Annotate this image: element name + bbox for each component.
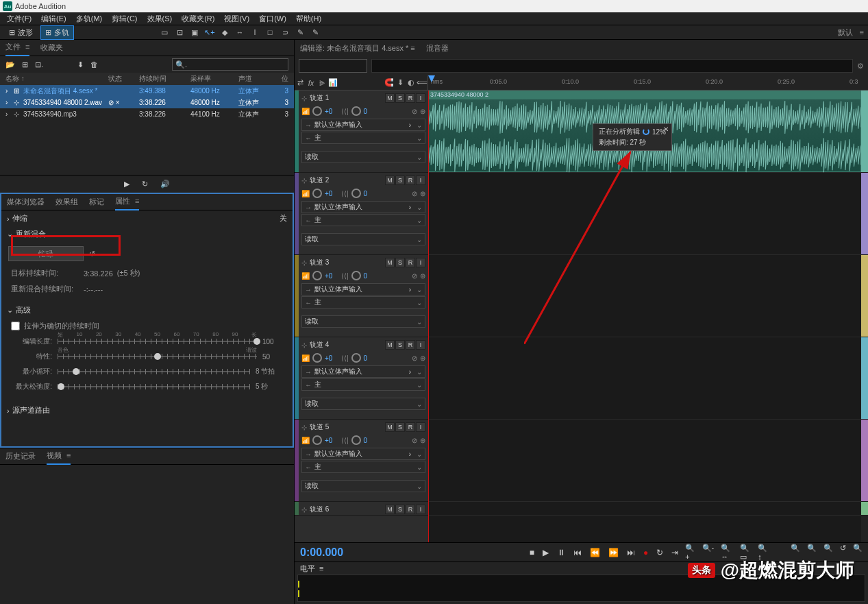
track-lane[interactable] — [428, 173, 861, 255]
razor-tool-icon[interactable]: ◆ — [219, 27, 230, 38]
read-mode-dropdown[interactable]: 读取 — [301, 315, 425, 328]
monitor-button[interactable]: I — [416, 340, 425, 350]
reset-icon[interactable]: ↺ — [89, 250, 95, 258]
record-button[interactable]: ● — [643, 548, 648, 557]
menu-file[interactable]: 文件(F) — [3, 12, 36, 25]
track-name[interactable]: 轨道 4 — [310, 340, 382, 350]
forward-button[interactable]: ⏩ — [608, 548, 619, 557]
track-header[interactable]: ⊹ 轨道 3 M S R I 📶 +0 ⟨⟨| 0 ⊘ ⊕ →默认立体声输入 — [295, 255, 428, 337]
mute-button[interactable]: M — [385, 176, 395, 185]
volume-value[interactable]: +0 — [325, 437, 338, 444]
col-status[interactable]: 状态 — [108, 74, 139, 84]
snap-icon[interactable]: 🧲 — [384, 78, 395, 87]
tab-properties[interactable]: 属性 ≡ — [115, 193, 139, 210]
open-file-icon[interactable]: 📂 — [5, 60, 15, 69]
expand-icon[interactable]: › — [5, 87, 14, 95]
mute-button[interactable]: M — [385, 258, 395, 267]
stop-button[interactable]: ■ — [530, 548, 534, 557]
col-bits[interactable]: 位 — [273, 74, 288, 84]
pan-value[interactable]: 0 — [364, 190, 377, 197]
loop-playback-button[interactable]: ↻ — [656, 548, 663, 557]
track-minimap-block[interactable] — [861, 337, 868, 420]
brush-tool-icon[interactable]: ✎ — [295, 27, 306, 38]
read-mode-dropdown[interactable]: 读取 — [301, 233, 425, 245]
record-arm-button[interactable]: R — [406, 176, 415, 185]
track-name[interactable]: 轨道 6 — [310, 505, 382, 514]
track-grip-icon[interactable]: ⊹ — [301, 341, 307, 349]
pan-value[interactable]: 0 — [364, 272, 377, 280]
feature-slider[interactable]: 音色谐波 — [58, 356, 257, 357]
volume-knob[interactable] — [312, 106, 322, 116]
track-name[interactable]: 轨道 5 — [310, 422, 382, 432]
remix-section[interactable]: ⌄ 重新混合 — [1, 226, 293, 242]
track-grip-icon[interactable]: ⊹ — [301, 424, 307, 431]
track-name[interactable]: 轨道 1 — [310, 93, 382, 103]
read-mode-dropdown[interactable]: 读取 — [301, 398, 425, 410]
stretch-exact-checkbox[interactable] — [11, 322, 20, 330]
timecode-display[interactable]: 0:00.000 — [300, 546, 393, 559]
panel-menu-icon[interactable]: ≡ — [25, 40, 29, 53]
output-dropdown[interactable]: ←主 — [301, 296, 425, 309]
record-arm-button[interactable]: R — [406, 93, 415, 103]
monitor-button[interactable]: I — [416, 505, 425, 514]
mute-button[interactable]: M — [385, 93, 395, 103]
tab-history[interactable]: 历史记录 — [5, 448, 36, 464]
rewind-button[interactable]: ⏪ — [590, 548, 600, 557]
advanced-section[interactable]: ⌄ 高级 — [1, 302, 293, 318]
stereo-icon[interactable]: ⊘ — [412, 354, 417, 362]
track-minimap-block[interactable] — [861, 502, 868, 516]
files-search-input[interactable]: 🔍. — [172, 58, 288, 71]
overview-scrollbar[interactable] — [371, 59, 853, 73]
track-name[interactable]: 轨道 2 — [310, 176, 382, 185]
volume-knob[interactable] — [312, 435, 322, 445]
mute-button[interactable]: M — [385, 340, 395, 350]
menu-edit[interactable]: 编辑(E) — [37, 12, 71, 25]
track-grip-icon[interactable]: ⊹ — [301, 259, 307, 267]
pan-knob[interactable] — [351, 435, 361, 445]
lasso-tool-icon[interactable]: ⊃ — [280, 27, 290, 38]
file-row[interactable]: › ⊹ 3745334940 48000 2.wav ⊘ × 3:38.226 … — [0, 97, 294, 108]
record-file-icon[interactable]: ⊞ — [22, 60, 28, 69]
read-mode-dropdown[interactable]: 读取 — [301, 151, 425, 163]
play-button[interactable]: ▶ — [543, 548, 549, 557]
tab-files[interactable]: 文件 ≡ — [5, 39, 29, 56]
eq-icon[interactable]: 📊 — [327, 78, 338, 87]
volume-knob[interactable] — [312, 271, 322, 280]
col-name[interactable]: 名称 ↑ — [5, 74, 108, 84]
expand-icon[interactable]: › — [5, 99, 14, 106]
solo-button[interactable]: S — [395, 258, 405, 267]
marquee-tool-icon[interactable]: □ — [264, 27, 275, 38]
track-lane[interactable] — [428, 502, 861, 516]
marker-icon[interactable]: ⬇ — [395, 78, 406, 87]
read-mode-dropdown[interactable]: 读取 — [301, 480, 425, 492]
trash-icon[interactable]: 🗑 — [90, 60, 98, 69]
monitor-button[interactable]: I — [416, 93, 425, 103]
min-loop-slider[interactable] — [58, 371, 250, 372]
tool-icon-1[interactable]: ▭ — [159, 27, 170, 38]
pan-knob[interactable] — [351, 271, 361, 280]
heal-tool-icon[interactable]: ✎ — [310, 27, 321, 38]
tab-mixer[interactable]: 混音器 — [426, 43, 449, 53]
phase-icon[interactable]: ⊕ — [420, 354, 425, 362]
menu-clip[interactable]: 剪辑(C) — [108, 12, 141, 25]
solo-button[interactable]: S — [395, 422, 405, 432]
tab-editor[interactable]: 编辑器: 未命名混音项目 4.sesx * ≡ — [300, 43, 415, 53]
file-row[interactable]: › ⊞ 未命名混音项目 4.sesx * 3:49.388 48000 Hz 立… — [0, 85, 294, 97]
tab-media-browser[interactable]: 媒体浏览器 — [7, 194, 45, 210]
pan-value[interactable]: 0 — [364, 108, 377, 115]
output-dropdown[interactable]: ←主 — [301, 214, 425, 226]
record-arm-button[interactable]: R — [406, 340, 415, 350]
menu-window[interactable]: 窗口(W) — [255, 12, 290, 25]
track-header[interactable]: ⊹ 轨道 4 M S R I 📶 +0 ⟨⟨| 0 ⊘ ⊕ →默认立体声输入 — [295, 337, 428, 420]
col-channels[interactable]: 声道 — [238, 74, 273, 84]
go-start-button[interactable]: ⏮ — [573, 548, 582, 557]
phase-icon[interactable]: ⊕ — [420, 108, 425, 115]
target-duration-value[interactable]: 3:38.226 — [84, 269, 113, 278]
menu-help[interactable]: 帮助(H) — [292, 12, 325, 25]
record-arm-button[interactable]: R — [406, 258, 415, 267]
tab-video[interactable]: 视频 ≡ — [47, 448, 71, 465]
record-arm-button[interactable]: R — [406, 505, 415, 514]
phase-icon[interactable]: ⊕ — [420, 190, 425, 197]
multitrack-mode-button[interactable]: ⊞ 多轨 — [40, 25, 74, 40]
timeline-ruler[interactable]: ⇄ fx ⫸ 📊 🧲 ⬇ ◐ ⟸ hms 0:05.00:10.00:15.00… — [295, 75, 868, 90]
